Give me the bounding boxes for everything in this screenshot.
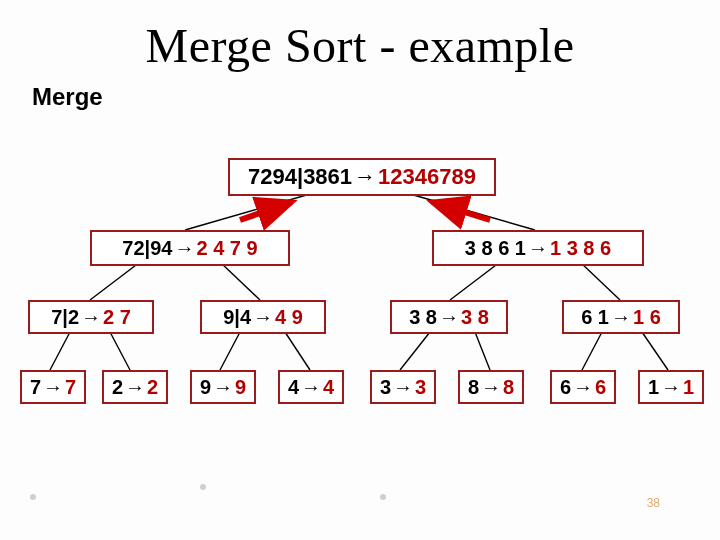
node-l2c: 3 8 → 3 8 [390, 300, 508, 334]
node-l3f: 8 → 8 [458, 370, 524, 404]
page-number: 38 [647, 496, 660, 510]
arrow-icon: → [439, 306, 459, 329]
arrow-icon: → [661, 376, 681, 399]
arrow-icon: → [213, 376, 233, 399]
svg-line-10 [400, 332, 430, 370]
merge-arrow-left-icon [240, 202, 292, 220]
decorative-dot-icon [30, 494, 36, 500]
node-l1b-in: 3 8 6 1 [465, 237, 526, 260]
node-l3b-in: 2 [112, 376, 123, 399]
node-l3f-in: 8 [468, 376, 479, 399]
svg-line-3 [220, 262, 260, 300]
node-l1a-out: 2 4 7 9 [196, 237, 257, 260]
node-l3d: 4 → 4 [278, 370, 344, 404]
svg-line-13 [642, 332, 668, 370]
svg-line-15 [432, 202, 490, 220]
arrow-icon: → [125, 376, 145, 399]
node-root: 7294|3861 → 12346789 [228, 158, 496, 196]
node-l3g-in: 6 [560, 376, 571, 399]
node-l3c-out: 9 [235, 376, 246, 399]
node-l1a: 72|94 → 2 4 7 9 [90, 230, 290, 266]
tree-edges [0, 0, 720, 540]
node-l3c: 9 → 9 [190, 370, 256, 404]
arrow-icon: → [81, 306, 101, 329]
node-l3b: 2 → 2 [102, 370, 168, 404]
node-l2d: 6 1 → 1 6 [562, 300, 680, 334]
arrow-icon: → [481, 376, 501, 399]
node-l2a-in: 7|2 [51, 306, 79, 329]
node-l3a-out: 7 [65, 376, 76, 399]
node-l2b-out: 4 9 [275, 306, 303, 329]
node-l2d-in: 6 1 [581, 306, 609, 329]
node-l3e-out: 3 [415, 376, 426, 399]
node-l3a: 7 → 7 [20, 370, 86, 404]
svg-line-12 [582, 332, 602, 370]
node-l3e-in: 3 [380, 376, 391, 399]
node-l2d-out: 1 6 [633, 306, 661, 329]
node-l2c-in: 3 8 [409, 306, 437, 329]
node-l1a-in: 72|94 [122, 237, 172, 260]
svg-line-11 [475, 332, 490, 370]
node-l3h-out: 1 [683, 376, 694, 399]
svg-line-9 [285, 332, 310, 370]
node-l3h: 1 → 1 [638, 370, 704, 404]
svg-line-7 [110, 332, 130, 370]
node-l3c-in: 9 [200, 376, 211, 399]
arrow-icon: → [253, 306, 273, 329]
page-title: Merge Sort - example [0, 18, 720, 73]
node-root-out: 12346789 [378, 164, 476, 190]
node-l3b-out: 2 [147, 376, 158, 399]
arrow-icon: → [528, 237, 548, 260]
svg-line-2 [90, 262, 140, 300]
arrow-icon: → [174, 237, 194, 260]
node-l2b-in: 9|4 [223, 306, 251, 329]
arrow-icon: → [43, 376, 63, 399]
svg-line-6 [50, 332, 70, 370]
node-l2a-out: 2 7 [103, 306, 131, 329]
node-l3g: 6 → 6 [550, 370, 616, 404]
merge-arrow-right-icon [432, 202, 490, 220]
decorative-dot-icon [380, 494, 386, 500]
node-l3a-in: 7 [30, 376, 41, 399]
decorative-dot-icon [200, 484, 206, 490]
arrow-icon: → [393, 376, 413, 399]
node-l3d-in: 4 [288, 376, 299, 399]
arrow-icon: → [611, 306, 631, 329]
node-l3e: 3 → 3 [370, 370, 436, 404]
svg-line-1 [410, 194, 535, 230]
svg-line-4 [450, 262, 500, 300]
node-l3f-out: 8 [503, 376, 514, 399]
arrow-icon: → [573, 376, 593, 399]
arrow-icon: → [301, 376, 321, 399]
arrow-icon: → [354, 164, 376, 190]
svg-line-5 [580, 262, 620, 300]
node-l3d-out: 4 [323, 376, 334, 399]
node-l1b-out: 1 3 8 6 [550, 237, 611, 260]
node-l2b: 9|4 → 4 9 [200, 300, 326, 334]
subtitle-merge: Merge [32, 83, 720, 111]
node-l1b: 3 8 6 1 → 1 3 8 6 [432, 230, 644, 266]
node-l2c-out: 3 8 [461, 306, 489, 329]
svg-line-14 [240, 202, 292, 220]
node-l3h-in: 1 [648, 376, 659, 399]
node-l3g-out: 6 [595, 376, 606, 399]
node-root-in: 7294|3861 [248, 164, 352, 190]
node-l2a: 7|2 → 2 7 [28, 300, 154, 334]
svg-line-8 [220, 332, 240, 370]
svg-line-0 [185, 194, 310, 230]
